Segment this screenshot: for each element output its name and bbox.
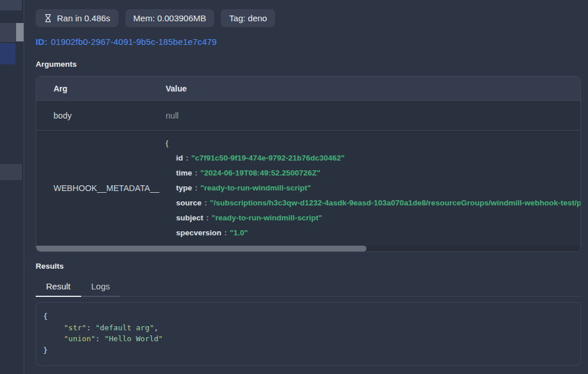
code-value: "default arg" <box>96 323 154 332</box>
runtime-badge-label: Ran in 0.486s <box>57 13 110 23</box>
json-entry: id:"c7f91c50-9f19-474e-9792-21b76dc30462… <box>176 151 581 166</box>
sidebar-block-top <box>0 0 22 10</box>
code-key: "union" <box>64 334 96 343</box>
json-value: "/subscriptions/h3c3qw-d1232-4asdk-9easd… <box>210 199 581 207</box>
job-id-link[interactable]: 01902fb0-2967-4091-9b5c-185be1e7c479 <box>51 37 217 47</box>
table-row-webhook-metadata: WEBHOOK__METADATA__ { id:"c7f91c50-9f19-… <box>36 131 581 246</box>
json-entries: id:"c7f91c50-9f19-474e-9792-21b76dc30462… <box>176 151 581 241</box>
code-key: "str" <box>64 323 86 332</box>
json-value: "1.0" <box>230 228 248 237</box>
json-key: type <box>176 184 192 192</box>
code-line: "str": "default arg", <box>43 322 574 334</box>
json-entry: specversion:"1.0" <box>176 226 581 241</box>
json-colon: : <box>203 213 212 222</box>
arguments-table-header: Arg Value <box>36 77 581 101</box>
table-horizontal-scrollbar[interactable] <box>36 246 581 251</box>
json-entry: type:"ready-to-run-windmill-script" <box>176 181 581 196</box>
json-value: "2024-06-19T08:49:52.2500726Z" <box>200 169 320 177</box>
code-line: "union": "Hello World" <box>43 333 574 345</box>
json-value: "c7f91c50-9f19-474e-9792-21b76dc30462" <box>192 154 345 162</box>
status-badges: Ran in 0.486s Mem: 0.003906MB Tag: deno <box>36 9 581 27</box>
json-key: source <box>176 199 201 207</box>
arg-value: null <box>166 111 581 120</box>
json-key: specversion <box>176 228 222 237</box>
results-title: Results <box>36 262 581 270</box>
json-key: subject <box>176 213 203 222</box>
code-sep: : <box>96 334 105 343</box>
hourglass-icon <box>44 14 52 22</box>
sidebar-item <box>0 23 16 42</box>
memory-badge-label: Mem: 0.003906MB <box>133 13 207 23</box>
results-tabs: Result Logs <box>36 277 581 297</box>
json-colon: : <box>192 169 201 177</box>
job-id-line: ID:01902fb0-2967-4091-9b5c-185be1e7c479 <box>36 37 581 47</box>
metadata-json-view: { id:"c7f91c50-9f19-474e-9792-21b76dc304… <box>166 131 581 246</box>
value-column-header: Value <box>166 84 581 93</box>
json-value: "ready-to-run-windmill-script" <box>200 184 311 192</box>
json-colon: : <box>201 199 210 207</box>
arg-name: body <box>36 111 166 120</box>
sidebar-item-lower <box>0 164 22 180</box>
job-detail-panel: Ran in 0.486s Mem: 0.003906MB Tag: deno … <box>24 0 588 374</box>
json-open-brace: { <box>166 136 581 151</box>
code-sep: : <box>86 323 96 332</box>
code-comma: , <box>154 323 159 332</box>
json-entry: subject:"ready-to-run-windmill-script" <box>176 211 581 226</box>
arguments-table: Arg Value body null WEBHOOK__METADATA__ … <box>36 76 581 252</box>
json-colon: : <box>222 228 230 237</box>
json-entry: time:"2024-06-19T08:49:52.2500726Z" <box>176 166 581 181</box>
tag-badge-label: Tag: deno <box>229 13 267 23</box>
result-code-block: {"str": "default arg","union": "Hello Wo… <box>36 302 581 366</box>
json-key: id <box>176 154 183 162</box>
tag-badge: Tag: deno <box>221 9 275 27</box>
memory-badge: Mem: 0.003906MB <box>125 9 215 27</box>
sidebar-scrollbar-thumb[interactable] <box>16 23 24 41</box>
sidebar-item-active[interactable] <box>0 43 16 64</box>
arguments-title: Arguments <box>36 60 581 68</box>
json-key: time <box>176 169 192 177</box>
code-open-brace: { <box>43 311 574 322</box>
scrollbar-thumb[interactable] <box>36 246 366 251</box>
tab-result[interactable]: Result <box>36 277 81 297</box>
json-colon: : <box>192 184 201 192</box>
tab-logs[interactable]: Logs <box>81 277 121 297</box>
code-close-brace: } <box>43 345 574 356</box>
json-colon: : <box>183 154 192 162</box>
arg-column-header: Arg <box>36 84 166 93</box>
json-value: "ready-to-run-windmill-script" <box>212 213 322 222</box>
json-entry: source:"/subscriptions/h3c3qw-d1232-4asd… <box>176 196 581 211</box>
table-row-body: body null <box>36 101 581 131</box>
code-value: "Hello World" <box>104 334 163 343</box>
job-id-label: ID: <box>36 37 48 47</box>
runtime-badge: Ran in 0.486s <box>36 9 119 27</box>
arg-name: WEBHOOK__METADATA__ <box>36 131 166 246</box>
sidebar-edge <box>0 0 24 374</box>
